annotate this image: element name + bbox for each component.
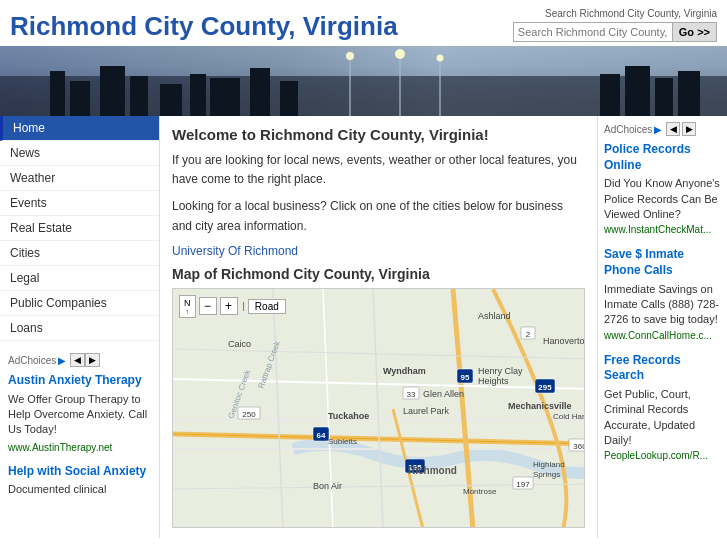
svg-text:Glen Allen: Glen Allen	[423, 389, 464, 399]
right-ad-1-url: www.InstantCheckMat...	[604, 224, 721, 235]
left-sidebar: Home News Weather Events Real Estate Cit…	[0, 116, 160, 538]
svg-rect-9	[280, 81, 298, 116]
svg-text:Henry Clay: Henry Clay	[478, 366, 523, 376]
nav-item-loans[interactable]: Loans	[0, 316, 159, 341]
sidebar-adchoices-label: AdChoices	[8, 355, 56, 366]
right-ad-nav: ◀ ▶	[666, 122, 696, 136]
svg-rect-10	[600, 74, 620, 116]
sidebar-ad-section: AdChoices ▶ ◀ ▶ Austin Anxiety Therapy W…	[0, 345, 159, 516]
main-layout: Home News Weather Events Real Estate Cit…	[0, 116, 727, 538]
nav-item-cities[interactable]: Cities	[0, 241, 159, 266]
svg-text:Ashland: Ashland	[478, 311, 511, 321]
svg-rect-12	[655, 78, 673, 116]
svg-text:Montrose: Montrose	[463, 487, 497, 496]
svg-text:95: 95	[461, 373, 470, 382]
map-zoom-in-btn[interactable]: +	[220, 297, 238, 315]
svg-text:Cold Harbor Rd: Cold Harbor Rd	[553, 412, 584, 421]
compass-icon: N ↑	[179, 295, 196, 318]
svg-rect-6	[190, 74, 206, 116]
search-button[interactable]: Go >>	[673, 22, 717, 42]
content-paragraph-2: Looking for a local business? Click on o…	[172, 197, 585, 235]
university-link[interactable]: University Of Richmond	[172, 244, 298, 258]
right-ad-prev-btn[interactable]: ◀	[666, 122, 680, 136]
nav-item-home[interactable]: Home	[0, 116, 159, 141]
svg-text:Springs: Springs	[533, 470, 560, 479]
svg-line-26	[173, 379, 584, 389]
nav-menu: Home News Weather Events Real Estate Cit…	[0, 116, 159, 341]
svg-rect-2	[70, 81, 90, 116]
search-area: Search Richmond City County, Virginia Go…	[513, 8, 717, 42]
svg-rect-8	[250, 68, 270, 116]
svg-text:Highland: Highland	[533, 460, 565, 469]
svg-text:64: 64	[317, 431, 326, 440]
svg-line-29	[273, 289, 283, 527]
right-ad-2-url: www.ConnCallHome.c...	[604, 330, 721, 341]
sidebar-ad-1-url: www.AustinTherapy.net	[8, 442, 112, 453]
svg-text:295: 295	[538, 383, 552, 392]
svg-text:250: 250	[242, 410, 256, 419]
sidebar-ad-2-link[interactable]: Help with Social Anxiety	[8, 464, 151, 480]
banner-svg	[0, 46, 727, 116]
map-road-btn[interactable]: Road	[248, 299, 286, 314]
sidebar-ad-2-text: Documented clinical	[8, 482, 151, 497]
adchoices-icon: ▶	[58, 355, 66, 366]
right-ad-2-link[interactable]: Save $ Inmate Phone Calls	[604, 247, 721, 278]
svg-line-27	[323, 289, 333, 527]
svg-text:Tuckahoe: Tuckahoe	[328, 411, 369, 421]
compass-arrows: ↑	[186, 308, 190, 315]
map-container: 64 95 295 195 2 33 250	[172, 288, 585, 528]
svg-text:Subletts: Subletts	[328, 437, 357, 446]
svg-point-15	[346, 52, 354, 60]
sidebar-ad-choices-bar: AdChoices ▶ ◀ ▶	[8, 353, 151, 367]
nav-item-legal[interactable]: Legal	[0, 266, 159, 291]
search-label: Search Richmond City County, Virginia	[545, 8, 717, 19]
map-svg: 64 95 295 195 2 33 250	[173, 289, 584, 527]
svg-rect-11	[625, 66, 650, 116]
right-sidebar: AdChoices ▶ ◀ ▶ Police Records Online Di…	[597, 116, 727, 538]
content-title: Welcome to Richmond City County, Virgini…	[172, 126, 585, 143]
site-title: Richmond City County, Virginia	[10, 11, 398, 42]
nav-item-news[interactable]: News	[0, 141, 159, 166]
svg-rect-4	[130, 76, 148, 116]
svg-line-28	[373, 289, 383, 527]
svg-point-17	[395, 49, 405, 59]
map-divider: |	[243, 301, 245, 311]
search-input[interactable]	[513, 22, 673, 42]
right-ad-1: Police Records Online Did You Know Anyon…	[604, 142, 721, 235]
right-ad-3-link[interactable]: Free Records Search	[604, 353, 721, 384]
svg-text:2: 2	[526, 330, 531, 339]
header: Richmond City County, Virginia Search Ri…	[0, 0, 727, 46]
right-ad-3-url: PeopleLookup.com/R...	[604, 450, 721, 461]
map-title: Map of Richmond City County, Virginia	[172, 266, 585, 282]
right-ad-next-btn[interactable]: ▶	[682, 122, 696, 136]
svg-text:Wyndham: Wyndham	[383, 366, 426, 376]
svg-text:Heights: Heights	[478, 376, 509, 386]
svg-text:Mechanicsville: Mechanicsville	[508, 401, 572, 411]
right-ad-choices-bar: AdChoices ▶ ◀ ▶	[604, 122, 721, 136]
sidebar-ad-next-btn[interactable]: ▶	[85, 353, 100, 367]
svg-text:Richmond: Richmond	[408, 465, 457, 476]
right-ad-1-text: Did You Know Anyone's Police Records Can…	[604, 176, 721, 222]
svg-text:Laurel Park: Laurel Park	[403, 406, 450, 416]
right-adchoices-label: AdChoices	[604, 124, 652, 135]
sidebar-ad-prev-btn[interactable]: ◀	[70, 353, 85, 367]
nav-item-real-estate[interactable]: Real Estate	[0, 216, 159, 241]
svg-rect-3	[100, 66, 125, 116]
map-controls: N ↑ − + | Road	[179, 295, 286, 318]
nav-item-weather[interactable]: Weather	[0, 166, 159, 191]
sidebar-ad-1-text: We Offer Group Therapy to Help Overcome …	[8, 392, 151, 438]
svg-rect-1	[50, 71, 65, 116]
compass-n: N	[184, 298, 191, 308]
sidebar-ad-2: Help with Social Anxiety Documented clin…	[8, 464, 151, 498]
svg-text:Hanovertown: Hanovertown	[543, 336, 584, 346]
nav-item-events[interactable]: Events	[0, 191, 159, 216]
map-zoom-out-btn[interactable]: −	[199, 297, 217, 315]
right-ad-3-text: Get Public, Court, Criminal Records Accu…	[604, 387, 721, 449]
sidebar-ad-1-link[interactable]: Austin Anxiety Therapy	[8, 373, 151, 389]
right-ad-1-link[interactable]: Police Records Online	[604, 142, 721, 173]
nav-item-public-companies[interactable]: Public Companies	[0, 291, 159, 316]
svg-rect-13	[678, 71, 700, 116]
svg-rect-5	[160, 84, 182, 116]
main-content: Welcome to Richmond City County, Virgini…	[160, 116, 597, 538]
svg-point-19	[437, 55, 444, 62]
